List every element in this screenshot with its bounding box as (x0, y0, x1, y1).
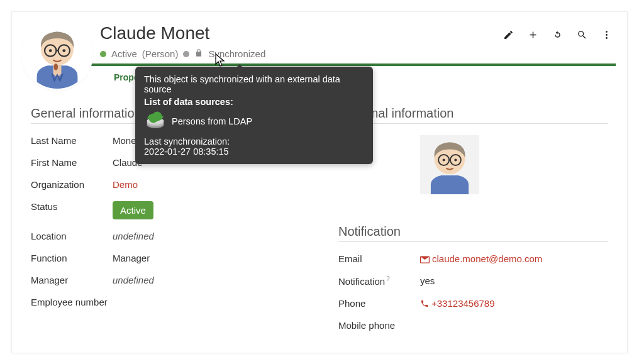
refresh-button[interactable] (552, 30, 563, 42)
phone-link[interactable]: +33123456789 (420, 298, 495, 309)
field-label: Manager (31, 275, 113, 285)
field-label: Employee number (31, 297, 113, 307)
status-label: Active (111, 48, 137, 59)
datasource-icon (144, 111, 167, 131)
svg-point-19 (443, 158, 445, 161)
field-label: Phone (338, 298, 420, 309)
avatar (23, 21, 91, 89)
svg-point-10 (606, 37, 608, 39)
tooltip-list-label: List of data sources: (144, 97, 233, 107)
field-value: yes (420, 275, 435, 286)
field-label: Mobile phone (338, 320, 420, 331)
tooltip-text: This object is synchronized with an exte… (144, 74, 364, 94)
field-label: Status (31, 201, 113, 212)
picture-thumb (420, 135, 479, 194)
section-notification-title: Notification (338, 224, 608, 239)
status-dot-icon (100, 51, 106, 57)
field-value: undefined (113, 275, 154, 285)
edit-button[interactable] (503, 30, 514, 42)
datasource-name: Persons from LDAP (172, 116, 252, 126)
tooltip-lastsync-value: 2022-01-27 08:35:15 (144, 146, 364, 157)
header-underline (23, 63, 616, 66)
section-personal-title: Personal information (338, 106, 608, 121)
field-value: undefined (113, 231, 154, 241)
page-title: Claude Monet (100, 23, 503, 43)
organization-link[interactable]: Demo (113, 179, 138, 190)
field-label: First Name (31, 157, 113, 168)
field-label: Organization (31, 179, 113, 190)
field-value: Manager (113, 253, 150, 263)
field-label: Last Name (31, 135, 113, 146)
svg-point-9 (606, 34, 608, 36)
status-badge: Active (113, 201, 153, 219)
sync-label: Synchronized (208, 48, 265, 59)
field-label: Function (31, 253, 113, 263)
svg-point-2 (54, 63, 58, 70)
type-label: (Person) (142, 48, 179, 59)
tooltip-lastsync-label: Last synchronization: (144, 136, 364, 146)
svg-point-6 (49, 49, 52, 52)
more-button[interactable] (601, 30, 612, 42)
search-button[interactable] (577, 30, 587, 42)
svg-point-20 (454, 158, 457, 161)
field-label: Notification? (338, 275, 420, 287)
svg-point-8 (606, 31, 608, 33)
sync-tooltip: This object is synchronized with an exte… (135, 67, 373, 164)
email-link[interactable]: claude.monet@demo.com (420, 253, 542, 264)
divider (338, 123, 608, 124)
help-icon[interactable]: ? (386, 275, 390, 282)
lock-icon (194, 48, 203, 59)
field-label: Email (338, 253, 420, 264)
divider (338, 241, 608, 242)
new-button[interactable] (528, 30, 538, 42)
svg-point-7 (62, 49, 65, 52)
field-label: Location (31, 231, 113, 241)
separator-dot-icon (183, 51, 189, 57)
